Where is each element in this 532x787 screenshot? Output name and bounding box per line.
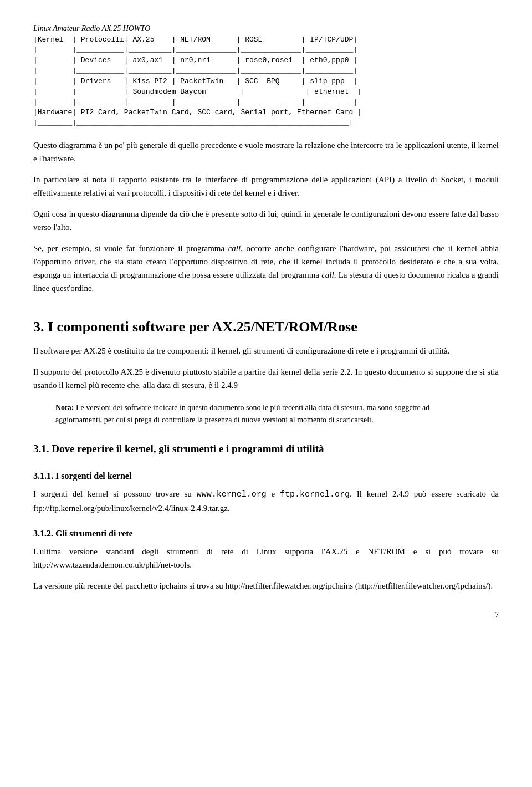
paragraph-3: Ogni cosa in questo diagramma dipende da…	[33, 207, 499, 234]
note-label: Nota:	[55, 403, 74, 412]
call-italic-1: call	[228, 244, 241, 253]
section-3-heading: 3. I componenti software per AX.25/NET/R…	[33, 316, 499, 338]
paragraph-1: Questo diagramma è un po' più generale d…	[33, 139, 499, 165]
section-3-1-2: 3.1.2. Gli strumenti di rete L'ultima ve…	[33, 527, 499, 592]
section-3-1-1: 3.1.1. I sorgenti del kernel I sorgenti …	[33, 469, 499, 515]
section-31-heading: 3.1. Dove reperire il kernel, gli strume…	[33, 441, 499, 457]
page-footer: 7	[33, 609, 499, 621]
section-3-p1: Il software per AX.25 è costituito da tr…	[33, 344, 499, 357]
protocol-table: |Kernel | Protocolli| AX.25 | NET/ROM | …	[33, 35, 499, 129]
section-311-heading: 3.1.1. I sorgenti del kernel	[33, 469, 499, 483]
section-311-url2: ftp.kernel.org	[280, 490, 350, 499]
paragraph-4: Se, per esempio, si vuole far funzionare…	[33, 242, 499, 295]
section-312-p2: La versione più recente del pacchetto ip…	[33, 579, 499, 592]
section-3-p2: Il supporto del protocollo AX.25 è diven…	[33, 365, 499, 392]
header-title: Linux Amateur Radio AX.25 HOWTO	[33, 24, 150, 33]
page-header: Linux Amateur Radio AX.25 HOWTO	[33, 22, 499, 35]
call-italic-2: call	[321, 270, 334, 279]
section-311-p1: I sorgenti del kernel si possono trovare…	[33, 487, 499, 515]
section-311-p1-part1: I sorgenti del kernel si possono trovare…	[33, 489, 197, 498]
section-311-url1: www.kernel.org	[197, 490, 267, 499]
section-3-1: 3.1. Dove reperire il kernel, gli strume…	[33, 441, 499, 457]
paragraph-2: In particolare si nota il rapporto esist…	[33, 173, 499, 200]
section-3: 3. I componenti software per AX.25/NET/R…	[33, 316, 499, 426]
paragraph-4-part1: Se, per esempio, si vuole far funzionare…	[33, 244, 228, 253]
section-312-p1: L'ultima versione standard degli strumen…	[33, 545, 499, 571]
section-311-mid: e	[267, 489, 280, 498]
page-number: 7	[495, 611, 499, 619]
note-text: Le versioni dei software indicate in que…	[55, 403, 429, 424]
note-box: Nota: Le versioni dei software indicate …	[55, 402, 477, 426]
section-312-heading: 3.1.2. Gli strumenti di rete	[33, 527, 499, 540]
